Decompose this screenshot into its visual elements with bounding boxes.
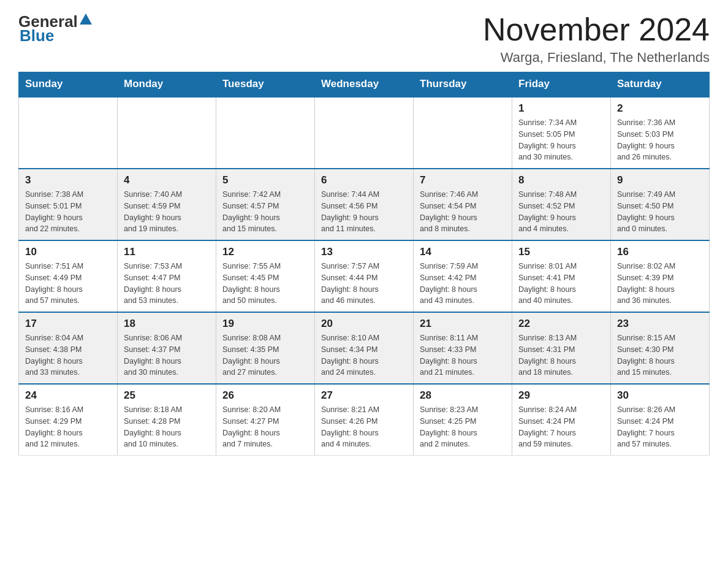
day-info: Sunrise: 7:59 AM Sunset: 4:42 PM Dayligh… — [420, 261, 506, 307]
day-cell: 17Sunrise: 8:04 AM Sunset: 4:38 PM Dayli… — [19, 312, 118, 384]
day-cell: 23Sunrise: 8:15 AM Sunset: 4:30 PM Dayli… — [611, 312, 710, 384]
day-number: 3 — [25, 174, 111, 186]
day-cell: 20Sunrise: 8:10 AM Sunset: 4:34 PM Dayli… — [315, 312, 414, 384]
day-cell: 6Sunrise: 7:44 AM Sunset: 4:56 PM Daylig… — [315, 169, 414, 240]
logo-blue-text: Blue — [18, 26, 127, 45]
col-header-thursday: Thursday — [414, 72, 512, 97]
day-number: 4 — [124, 174, 210, 186]
day-cell: 12Sunrise: 7:55 AM Sunset: 4:45 PM Dayli… — [216, 240, 315, 312]
day-info: Sunrise: 7:53 AM Sunset: 4:47 PM Dayligh… — [124, 261, 210, 307]
day-info: Sunrise: 8:11 AM Sunset: 4:33 PM Dayligh… — [420, 332, 506, 378]
col-header-tuesday: Tuesday — [216, 72, 315, 97]
day-cell: 16Sunrise: 8:02 AM Sunset: 4:39 PM Dayli… — [611, 240, 710, 312]
day-number: 29 — [518, 389, 604, 402]
day-cell: 22Sunrise: 8:13 AM Sunset: 4:31 PM Dayli… — [512, 312, 611, 384]
day-cell: 7Sunrise: 7:46 AM Sunset: 4:54 PM Daylig… — [414, 169, 512, 240]
day-info: Sunrise: 8:02 AM Sunset: 4:39 PM Dayligh… — [617, 261, 703, 307]
day-info: Sunrise: 7:55 AM Sunset: 4:45 PM Dayligh… — [222, 261, 308, 307]
day-info: Sunrise: 8:20 AM Sunset: 4:27 PM Dayligh… — [222, 404, 308, 450]
day-info: Sunrise: 7:57 AM Sunset: 4:44 PM Dayligh… — [321, 261, 407, 307]
day-cell: 29Sunrise: 8:24 AM Sunset: 4:24 PM Dayli… — [512, 384, 611, 456]
day-info: Sunrise: 7:40 AM Sunset: 4:59 PM Dayligh… — [124, 189, 210, 235]
day-cell: 10Sunrise: 7:51 AM Sunset: 4:49 PM Dayli… — [19, 240, 118, 312]
day-number: 18 — [124, 318, 210, 330]
week-row-5: 24Sunrise: 8:16 AM Sunset: 4:29 PM Dayli… — [19, 384, 710, 456]
day-info: Sunrise: 7:44 AM Sunset: 4:56 PM Dayligh… — [321, 189, 407, 235]
day-number: 27 — [321, 389, 407, 402]
col-header-wednesday: Wednesday — [315, 72, 414, 97]
day-cell — [414, 97, 512, 169]
header-row: SundayMondayTuesdayWednesdayThursdayFrid… — [19, 72, 710, 97]
day-cell: 15Sunrise: 8:01 AM Sunset: 4:41 PM Dayli… — [512, 240, 611, 312]
day-number: 15 — [518, 246, 604, 258]
day-info: Sunrise: 8:26 AM Sunset: 4:24 PM Dayligh… — [617, 404, 703, 450]
day-info: Sunrise: 7:48 AM Sunset: 4:52 PM Dayligh… — [518, 189, 604, 235]
col-header-friday: Friday — [512, 72, 611, 97]
day-cell: 27Sunrise: 8:21 AM Sunset: 4:26 PM Dayli… — [315, 384, 414, 456]
day-info: Sunrise: 7:46 AM Sunset: 4:54 PM Dayligh… — [420, 189, 506, 235]
day-info: Sunrise: 7:42 AM Sunset: 4:57 PM Dayligh… — [222, 189, 308, 235]
day-cell — [118, 97, 216, 169]
day-cell: 8Sunrise: 7:48 AM Sunset: 4:52 PM Daylig… — [512, 169, 611, 240]
day-info: Sunrise: 8:08 AM Sunset: 4:35 PM Dayligh… — [222, 332, 308, 378]
day-cell — [216, 97, 315, 169]
day-cell: 13Sunrise: 7:57 AM Sunset: 4:44 PM Dayli… — [315, 240, 414, 312]
day-cell: 11Sunrise: 7:53 AM Sunset: 4:47 PM Dayli… — [118, 240, 216, 312]
logo-triangle-icon — [80, 13, 92, 25]
day-cell: 2Sunrise: 7:36 AM Sunset: 5:03 PM Daylig… — [611, 97, 710, 169]
day-cell: 3Sunrise: 7:38 AM Sunset: 5:01 PM Daylig… — [19, 169, 118, 240]
day-info: Sunrise: 8:23 AM Sunset: 4:25 PM Dayligh… — [420, 404, 506, 450]
day-info: Sunrise: 8:13 AM Sunset: 4:31 PM Dayligh… — [518, 332, 604, 378]
col-header-saturday: Saturday — [611, 72, 710, 97]
day-number: 7 — [420, 174, 506, 186]
day-number: 9 — [617, 174, 703, 186]
day-info: Sunrise: 7:36 AM Sunset: 5:03 PM Dayligh… — [617, 117, 703, 163]
day-number: 21 — [420, 318, 506, 330]
week-row-1: 1Sunrise: 7:34 AM Sunset: 5:05 PM Daylig… — [19, 97, 710, 169]
page-header: General Blue November 2024 Warga, Friesl… — [18, 12, 710, 66]
day-cell: 30Sunrise: 8:26 AM Sunset: 4:24 PM Dayli… — [611, 384, 710, 456]
col-header-sunday: Sunday — [19, 72, 118, 97]
day-number: 11 — [124, 246, 210, 258]
day-cell: 5Sunrise: 7:42 AM Sunset: 4:57 PM Daylig… — [216, 169, 315, 240]
day-info: Sunrise: 8:16 AM Sunset: 4:29 PM Dayligh… — [25, 404, 111, 450]
week-row-4: 17Sunrise: 8:04 AM Sunset: 4:38 PM Dayli… — [19, 312, 710, 384]
day-cell: 26Sunrise: 8:20 AM Sunset: 4:27 PM Dayli… — [216, 384, 315, 456]
day-number: 28 — [420, 389, 506, 402]
location-text: Warga, Friesland, The Netherlands — [483, 50, 710, 66]
day-number: 12 — [222, 246, 308, 258]
day-info: Sunrise: 7:51 AM Sunset: 4:49 PM Dayligh… — [25, 261, 111, 307]
day-info: Sunrise: 7:49 AM Sunset: 4:50 PM Dayligh… — [617, 189, 703, 235]
day-number: 2 — [617, 102, 703, 115]
day-cell: 28Sunrise: 8:23 AM Sunset: 4:25 PM Dayli… — [414, 384, 512, 456]
day-info: Sunrise: 8:24 AM Sunset: 4:24 PM Dayligh… — [518, 404, 604, 450]
week-row-3: 10Sunrise: 7:51 AM Sunset: 4:49 PM Dayli… — [19, 240, 710, 312]
day-number: 16 — [617, 246, 703, 258]
day-cell: 9Sunrise: 7:49 AM Sunset: 4:50 PM Daylig… — [611, 169, 710, 240]
day-info: Sunrise: 7:38 AM Sunset: 5:01 PM Dayligh… — [25, 189, 111, 235]
day-info: Sunrise: 8:06 AM Sunset: 4:37 PM Dayligh… — [124, 332, 210, 378]
day-cell: 1Sunrise: 7:34 AM Sunset: 5:05 PM Daylig… — [512, 97, 611, 169]
day-number: 25 — [124, 389, 210, 402]
day-cell — [19, 97, 118, 169]
day-number: 13 — [321, 246, 407, 258]
day-cell: 4Sunrise: 7:40 AM Sunset: 4:59 PM Daylig… — [118, 169, 216, 240]
day-info: Sunrise: 8:01 AM Sunset: 4:41 PM Dayligh… — [518, 261, 604, 307]
day-cell: 19Sunrise: 8:08 AM Sunset: 4:35 PM Dayli… — [216, 312, 315, 384]
day-info: Sunrise: 7:34 AM Sunset: 5:05 PM Dayligh… — [518, 117, 604, 163]
day-info: Sunrise: 8:18 AM Sunset: 4:28 PM Dayligh… — [124, 404, 210, 450]
day-number: 8 — [518, 174, 604, 186]
day-cell: 18Sunrise: 8:06 AM Sunset: 4:37 PM Dayli… — [118, 312, 216, 384]
day-number: 6 — [321, 174, 407, 186]
day-number: 1 — [518, 102, 604, 115]
col-header-monday: Monday — [118, 72, 216, 97]
day-number: 26 — [222, 389, 308, 402]
day-number: 20 — [321, 318, 407, 330]
day-number: 19 — [222, 318, 308, 330]
day-number: 30 — [617, 389, 703, 402]
title-section: November 2024 Warga, Friesland, The Neth… — [483, 12, 710, 66]
day-number: 17 — [25, 318, 111, 330]
day-cell: 25Sunrise: 8:18 AM Sunset: 4:28 PM Dayli… — [118, 384, 216, 456]
calendar-table: SundayMondayTuesdayWednesdayThursdayFrid… — [18, 72, 710, 456]
day-cell — [315, 97, 414, 169]
